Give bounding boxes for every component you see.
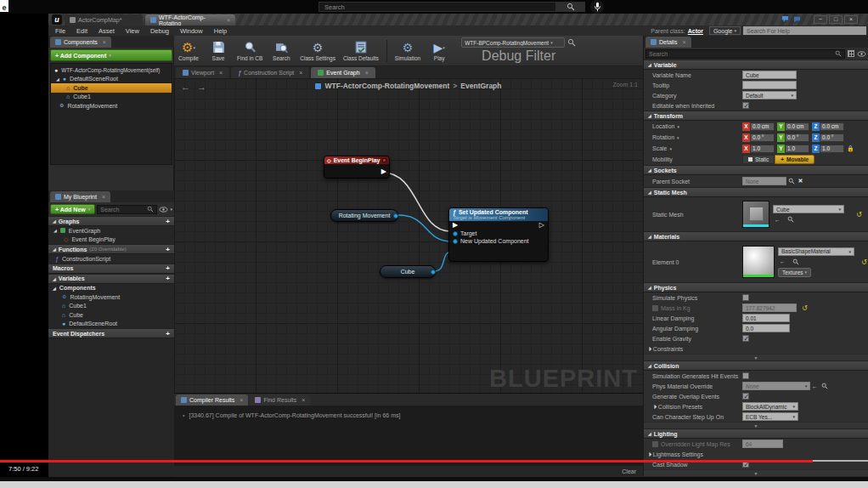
- add-macro-icon[interactable]: +: [166, 264, 170, 272]
- expand-arrow-icon[interactable]: ◢: [56, 77, 59, 82]
- close-button[interactable]: ×: [844, 15, 858, 24]
- lightmap-res-input[interactable]: 64: [742, 440, 783, 448]
- expand-arrow-icon[interactable]: ◢: [54, 228, 57, 233]
- menu-asset[interactable]: Asset: [99, 27, 115, 35]
- list-item-var-rotatingmovement[interactable]: ⚙ RotatingMovement: [48, 292, 174, 302]
- find-in-cb-button[interactable]: Find in CB: [237, 40, 262, 61]
- list-item-var-defaultsceneroot[interactable]: ● DefaultSceneRoot: [48, 320, 174, 329]
- mic-button[interactable]: [590, 0, 604, 14]
- search-button[interactable]: Search: [270, 40, 292, 61]
- class-defaults-button[interactable]: Class Defaults: [343, 40, 379, 61]
- tab-components[interactable]: Components ×: [50, 37, 111, 48]
- location-z-input[interactable]: 0.0 cm: [820, 122, 844, 131]
- collapsed-arrow-icon[interactable]: ◢: [651, 404, 657, 410]
- hit-events-checkbox[interactable]: [742, 372, 749, 379]
- row-lightmass-settings[interactable]: ◢ Lightmass Settings: [644, 449, 868, 459]
- socket-search-icon[interactable]: [786, 177, 796, 185]
- graphs-section-header[interactable]: ◢Graphs+: [48, 216, 174, 226]
- add-function-icon[interactable]: +: [166, 246, 170, 253]
- compile-button[interactable]: ⚙▾ Compile: [178, 40, 200, 61]
- menu-window[interactable]: Window: [180, 27, 203, 35]
- use-selected-icon[interactable]: ←: [810, 382, 820, 390]
- node-event-beginplay[interactable]: ◇ Event BeginPlay ▶: [324, 156, 390, 179]
- new-updated-component-pin[interactable]: [453, 239, 458, 244]
- use-selected-icon[interactable]: ←: [773, 215, 782, 224]
- exec-out-pin[interactable]: ▷: [539, 222, 544, 229]
- tab-construction-script[interactable]: ƒ Construction Script×: [231, 67, 309, 78]
- section-physics[interactable]: ◢Physics: [644, 282, 868, 292]
- browse-icon[interactable]: [786, 215, 795, 224]
- static-mesh-dropdown[interactable]: Cube: [773, 205, 844, 213]
- add-graph-icon[interactable]: +: [166, 218, 170, 225]
- lighting-expander[interactable]: ▼: [644, 469, 868, 476]
- tab-find-results[interactable]: Find Results×: [250, 394, 310, 406]
- mass-override-checkbox[interactable]: [652, 305, 658, 311]
- scale-x-input[interactable]: 1.0: [750, 145, 775, 153]
- close-icon[interactable]: ×: [102, 194, 105, 200]
- variables-components-category[interactable]: ◢Components: [48, 284, 174, 293]
- list-item-event-beginplay[interactable]: ◇ Event BeginPlay: [48, 235, 174, 245]
- eye-icon[interactable]: [159, 207, 168, 213]
- close-tab-icon[interactable]: ×: [227, 17, 230, 23]
- add-component-button[interactable]: + Add Component▾: [50, 49, 172, 61]
- section-materials[interactable]: ◢Materials: [644, 231, 868, 241]
- breadcrumb-root[interactable]: WTF-ActorComp-RotatingMovement: [324, 82, 449, 90]
- add-variable-icon[interactable]: +: [166, 275, 170, 282]
- list-item-var-cube[interactable]: ⌂ Cube: [48, 310, 174, 320]
- tree-item-rotatingmovement[interactable]: ⚙ RotatingMovement: [51, 101, 172, 111]
- list-item-constructionscript[interactable]: ƒ ConstructionScript: [48, 254, 174, 264]
- textures-button[interactable]: Textures▾: [778, 268, 811, 277]
- add-new-button[interactable]: + Add New▾: [50, 204, 95, 214]
- asset-tab-actorcompmap[interactable]: ActorCompMap*: [65, 14, 143, 26]
- section-static-mesh[interactable]: ◢Static Mesh: [644, 187, 868, 197]
- collision-expander[interactable]: ▼: [644, 422, 868, 428]
- tooltip-input[interactable]: [742, 81, 797, 89]
- grid-view-icon[interactable]: [848, 50, 854, 57]
- scale-z-input[interactable]: 1.0: [820, 145, 844, 153]
- play-button[interactable]: ▶▾ Play: [428, 40, 450, 61]
- simulation-button[interactable]: ⚙ Simulation: [395, 40, 420, 61]
- use-selected-icon[interactable]: ←: [778, 258, 787, 266]
- search-button[interactable]: [556, 2, 585, 12]
- search-input[interactable]: Search: [318, 2, 556, 12]
- mobility-static-button[interactable]: Static: [742, 155, 775, 164]
- scale-y-input[interactable]: 1.0: [785, 145, 809, 153]
- category-dropdown[interactable]: Default: [742, 91, 797, 99]
- parent-socket-input[interactable]: None: [742, 177, 786, 185]
- video-progress-bar[interactable]: [0, 460, 868, 462]
- debug-search-icon[interactable]: [567, 38, 576, 47]
- details-search-input[interactable]: Search: [645, 49, 845, 59]
- browse-icon[interactable]: [820, 382, 829, 390]
- node-get-cube[interactable]: Cube: [380, 265, 436, 278]
- editable-checkbox[interactable]: [742, 102, 749, 109]
- mobility-movable-button[interactable]: +Movable: [775, 155, 814, 164]
- debug-object-dropdown[interactable]: WTF-BPComp-RotatingMovement ▾: [461, 37, 565, 48]
- list-item-var-cube1[interactable]: ⌂ Cube1: [48, 302, 174, 311]
- tab-my-blueprint[interactable]: My Blueprint ×: [50, 191, 110, 202]
- phys-override-dropdown[interactable]: None: [742, 382, 810, 390]
- asset-tab-wtf-actorcomp-rotating[interactable]: WTF-ActorComp-Rotating ×: [145, 14, 235, 26]
- event-graph-canvas[interactable]: ← → WTF-ActorComp-RotatingMovement > Eve…: [174, 78, 643, 393]
- tree-item-defaultsceneroot[interactable]: ◢ ● DefaultSceneRoot: [51, 75, 172, 84]
- object-out-pin[interactable]: [393, 213, 398, 218]
- node-set-updated-component[interactable]: ƒSet Updated Component Target is Movemen…: [448, 207, 549, 262]
- node-get-rotating-movement[interactable]: Rotating Movement: [330, 209, 398, 222]
- save-button[interactable]: Save: [207, 40, 229, 61]
- lock-scale-icon[interactable]: 🔒: [847, 145, 854, 152]
- close-icon[interactable]: ×: [103, 39, 106, 45]
- menu-debug[interactable]: Debug: [150, 27, 169, 35]
- google-search-button[interactable]: Google▾: [709, 26, 741, 35]
- chevron-down-icon[interactable]: ▾: [170, 207, 172, 212]
- mass-input[interactable]: 177.827942: [742, 304, 797, 312]
- exec-in-pin[interactable]: ▶: [453, 222, 458, 229]
- clear-button[interactable]: Clear: [622, 468, 636, 474]
- tree-item-self[interactable]: ● WTF-ActorComp-RotatingMovement(self): [51, 65, 172, 75]
- list-item-eventgraph[interactable]: ◢ EventGraph: [48, 226, 174, 235]
- bug-report-icon[interactable]: [793, 15, 801, 23]
- object-out-pin[interactable]: [431, 270, 436, 275]
- collision-presets-dropdown[interactable]: BlockAllDynamic: [742, 402, 798, 411]
- reset-to-default-icon[interactable]: ↺: [861, 258, 867, 266]
- material-thumbnail[interactable]: [742, 246, 775, 278]
- reset-to-default-icon[interactable]: ↺: [856, 211, 862, 218]
- section-lighting[interactable]: ◢Lighting: [644, 428, 868, 439]
